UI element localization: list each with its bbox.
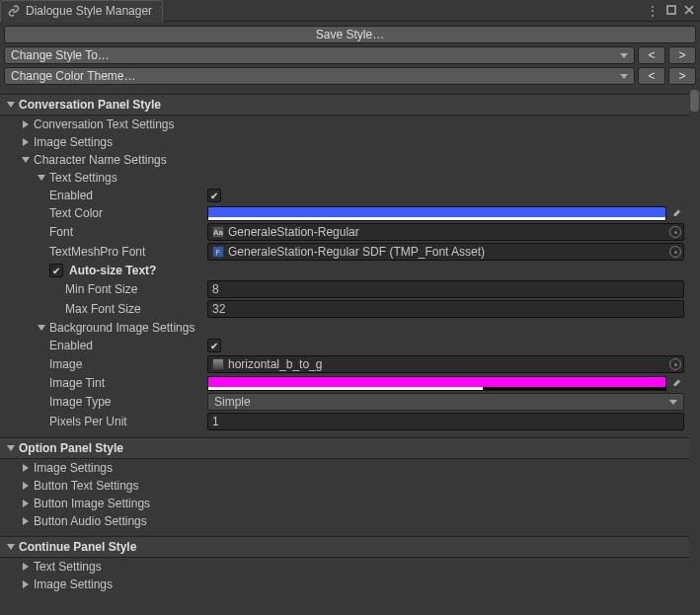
image-type-label: Image Type: [49, 395, 111, 409]
image-tint-field[interactable]: [207, 376, 666, 391]
conversation-image-settings-row[interactable]: Image Settings: [0, 133, 689, 151]
sprite-asset-icon: [212, 358, 224, 370]
foldout-icon: [36, 175, 47, 181]
continue-panel-title: Continue Panel Style: [19, 540, 136, 554]
foldout-icon: [20, 580, 32, 588]
inspector-scroll-area: Conversation Panel Style Conversation Te…: [0, 88, 700, 615]
font-asset-icon: Aa: [212, 226, 224, 238]
style-next-button[interactable]: >: [668, 46, 696, 64]
conversation-text-settings-row[interactable]: Conversation Text Settings: [0, 115, 689, 133]
panel-tab-bar: Dialogue Style Manager ⋮: [0, 0, 700, 22]
option-button-text-settings-row[interactable]: Button Text Settings: [0, 477, 689, 495]
bg-enabled-label: Enabled: [49, 339, 93, 352]
panel-tab[interactable]: Dialogue Style Manager: [0, 0, 163, 22]
text-color-label: Text Color: [49, 206, 103, 220]
pixels-per-unit-input[interactable]: [207, 413, 684, 430]
change-style-label: Change Style To…: [11, 48, 110, 62]
image-tint-label: Image Tint: [49, 376, 105, 390]
auto-size-checkbox[interactable]: [49, 264, 63, 277]
font-object-field[interactable]: Aa GeneraleStation-Regular: [207, 223, 684, 241]
foldout-icon: [20, 138, 32, 146]
link-icon: [7, 4, 21, 18]
foldout-icon: [5, 102, 17, 108]
image-type-dropdown[interactable]: Simple: [207, 393, 684, 411]
tmp-font-label: TextMeshPro Font: [49, 245, 145, 259]
text-color-field[interactable]: [207, 206, 666, 221]
panel-title: Dialogue Style Manager: [26, 4, 152, 18]
vertical-scrollbar[interactable]: [690, 90, 699, 613]
style-prev-button[interactable]: <: [638, 46, 665, 64]
conversation-panel-title: Conversation Panel Style: [19, 98, 161, 112]
auto-size-label: Auto-size Text?: [69, 264, 156, 277]
foldout-icon: [20, 517, 32, 525]
enabled-checkbox[interactable]: [207, 189, 221, 202]
foldout-icon: [20, 482, 32, 490]
continue-image-settings-row[interactable]: Image Settings: [0, 576, 689, 593]
auto-size-row[interactable]: Auto-size Text?: [0, 262, 689, 279]
conversation-panel-header[interactable]: Conversation Panel Style: [0, 94, 689, 115]
background-image-settings-row[interactable]: Background Image Settings: [0, 319, 689, 337]
color-prev-button[interactable]: <: [638, 67, 665, 85]
panel-close-icon[interactable]: [682, 2, 696, 20]
color-next-button[interactable]: >: [668, 67, 696, 85]
change-color-dropdown[interactable]: Change Color Theme…: [4, 67, 635, 85]
continue-panel-header[interactable]: Continue Panel Style: [0, 536, 689, 558]
font-label: Font: [49, 225, 73, 239]
eyedropper-icon[interactable]: [668, 206, 684, 221]
object-picker-icon[interactable]: [669, 246, 681, 258]
tmp-font-asset-icon: F: [212, 246, 224, 258]
change-style-dropdown[interactable]: Change Style To…: [4, 46, 635, 64]
option-panel-title: Option Panel Style: [19, 441, 123, 455]
panel-menu-icon[interactable]: ⋮: [645, 2, 661, 20]
top-button-area: Save Style… Change Style To… < > Change …: [0, 22, 700, 88]
image-label: Image: [49, 357, 82, 371]
panel-maximize-icon[interactable]: [664, 2, 678, 20]
save-style-button[interactable]: Save Style…: [4, 26, 696, 43]
svg-rect-0: [667, 6, 675, 14]
option-button-audio-settings-row[interactable]: Button Audio Settings: [0, 512, 689, 530]
character-name-settings-row[interactable]: Character Name Settings: [0, 151, 689, 169]
foldout-icon: [20, 500, 32, 507]
option-panel-header[interactable]: Option Panel Style: [0, 437, 689, 459]
tmp-font-object-field[interactable]: F GeneraleStation-Regular SDF (TMP_Font …: [207, 243, 684, 261]
max-font-size-label: Max Font Size: [65, 302, 141, 316]
foldout-icon: [20, 464, 32, 472]
object-picker-icon[interactable]: [669, 226, 681, 238]
pixels-per-unit-label: Pixels Per Unit: [49, 415, 127, 428]
min-font-size-input[interactable]: [207, 280, 684, 298]
eyedropper-icon[interactable]: [668, 376, 684, 391]
option-button-image-settings-row[interactable]: Button Image Settings: [0, 495, 689, 512]
foldout-icon: [20, 157, 32, 163]
change-color-label: Change Color Theme…: [11, 69, 136, 83]
foldout-icon: [20, 120, 32, 128]
foldout-icon: [5, 544, 17, 550]
continue-text-settings-row[interactable]: Text Settings: [0, 558, 689, 576]
save-style-label: Save Style…: [316, 28, 384, 41]
option-image-settings-row[interactable]: Image Settings: [0, 459, 689, 477]
foldout-icon: [20, 563, 32, 571]
object-picker-icon[interactable]: [669, 358, 681, 370]
scrollbar-thumb[interactable]: [690, 90, 699, 112]
foldout-icon: [5, 445, 17, 451]
image-object-field[interactable]: horizontal_b_to_g: [207, 355, 684, 373]
max-font-size-input[interactable]: [207, 300, 684, 318]
foldout-icon: [36, 325, 47, 331]
enabled-label: Enabled: [49, 189, 93, 202]
bg-enabled-checkbox[interactable]: [207, 339, 221, 352]
min-font-size-label: Min Font Size: [65, 282, 137, 296]
text-settings-row[interactable]: Text Settings: [0, 169, 689, 187]
